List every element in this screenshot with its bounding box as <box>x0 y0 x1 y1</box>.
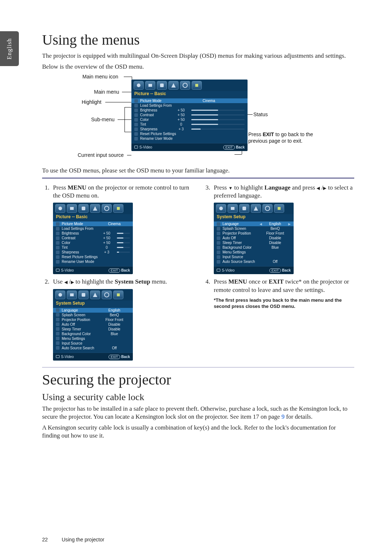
osd-row: Menu Settings <box>53 336 133 341</box>
page-ref-link[interactable]: 9 <box>282 413 285 420</box>
osd-row: Reset Picture Settings <box>131 131 248 136</box>
svg-rect-13 <box>70 293 74 296</box>
osd-tab-icon <box>168 81 179 90</box>
svg-point-6 <box>58 207 62 210</box>
osd-tab-icon <box>216 204 226 213</box>
osd-tab-icon <box>78 204 89 213</box>
svg-rect-8 <box>82 207 85 210</box>
intro-para-1: The projector is equipped with multiling… <box>42 52 354 60</box>
osd-row: Reset Picture Settings <box>53 255 133 259</box>
label-main-menu: Main menu <box>94 89 119 95</box>
osd-footer: S-Video EXITBack <box>131 143 248 151</box>
osd-row: Background ColorBlue <box>214 245 294 250</box>
label-highlight: Highlight <box>82 99 101 105</box>
label-sub-menu: Sub-menu <box>91 117 115 122</box>
section-heading-menus: Using the menus <box>42 31 354 48</box>
osd-tab-bar <box>131 80 248 91</box>
osd-panel-system-setup-right: System Setup Language◀English▶Splash Scr… <box>214 203 294 274</box>
osd-row: Color+ 50 <box>53 240 133 245</box>
osd-row: Sleep TimerDisable <box>214 240 294 245</box>
svg-rect-5 <box>195 84 198 87</box>
separator <box>42 367 354 367</box>
svg-point-22 <box>265 206 270 211</box>
svg-rect-23 <box>278 207 281 210</box>
osd-title: Picture -- Basic <box>131 91 248 98</box>
osd-tab-icon <box>228 204 238 213</box>
osd-tab-icon <box>90 204 100 213</box>
osd-row: Sleep TimerDisable <box>53 327 133 332</box>
page-footer: 22 Using the projector <box>42 537 104 542</box>
svg-marker-21 <box>254 206 258 211</box>
osd-row: Sharpness+ 3 <box>131 127 248 131</box>
osd-tab-icon <box>251 204 261 213</box>
osd-row: Input Source <box>53 341 133 346</box>
svg-rect-19 <box>231 207 234 210</box>
osd-language-hint: To use the OSD menus, please set the OSD… <box>42 167 354 175</box>
steps-right: 3. Press ▼ to highlight Language and pre… <box>203 184 354 364</box>
osd-row: Auto OffDisable <box>214 236 294 240</box>
osd-row: Tint0 <box>131 122 248 127</box>
svg-marker-3 <box>171 83 176 88</box>
language-side-tab: English <box>0 31 19 66</box>
osd-tab-icon <box>262 204 273 213</box>
osd-tab-icon <box>239 204 249 213</box>
osd-tab-icon <box>113 204 123 213</box>
osd-row: LanguageEnglish <box>53 308 133 313</box>
svg-point-4 <box>183 83 187 88</box>
down-arrow-icon: ▼ <box>228 186 233 191</box>
osd-row: Projector PositionFloor Front <box>214 231 294 236</box>
securing-para-2: A Kensington security cable lock is usua… <box>42 424 354 440</box>
osd-row: Auto Source SearchOff <box>214 259 294 264</box>
osd-row: Projector PositionFloor Front <box>53 317 133 322</box>
page-content: Using the menus The projector is equippe… <box>42 31 354 443</box>
osd-tab-icon <box>90 290 100 299</box>
steps-columns: 1. Press MENU on the projector or remote… <box>42 184 354 364</box>
svg-marker-9 <box>93 206 97 211</box>
svg-point-10 <box>105 206 109 211</box>
step-2: 2. Use ◀ /▶ to highlight the System Setu… <box>42 278 193 286</box>
step-1: 1. Press MENU on the projector or remote… <box>42 184 193 200</box>
osd-tab-icon <box>180 81 190 90</box>
osd-overview-diagram: Main menu icon Main menu Highlight Sub-m… <box>60 74 372 161</box>
osd-tab-icon <box>67 290 77 299</box>
step-3: 3. Press ▼ to highlight Language and pre… <box>203 184 354 200</box>
osd-tab-icon <box>157 81 167 90</box>
osd-row: Brightness+ 50 <box>53 231 133 236</box>
osd-row: Splash ScreenBenQ <box>53 313 133 317</box>
osd-row: Brightness+ 50 <box>131 108 248 113</box>
securing-para-1: The projector has to be installed in a s… <box>42 405 354 421</box>
osd-row: Menu Settings <box>214 250 294 255</box>
osd-row: Load Settings From <box>131 103 248 108</box>
osd-row: Color+ 50 <box>131 117 248 122</box>
footer-section: Using the projector <box>62 537 105 542</box>
svg-rect-14 <box>82 293 85 297</box>
osd-panel-system-setup-left: System Setup LanguageEnglishSplash Scree… <box>53 289 133 361</box>
osd-row: Input Source <box>214 255 294 259</box>
osd-tab-icon <box>55 204 65 213</box>
svg-rect-1 <box>148 84 152 87</box>
svg-marker-15 <box>93 293 97 297</box>
osd-tab-icon <box>55 290 65 299</box>
right-arrow-icon: ▶ <box>71 280 74 285</box>
osd-tab-icon <box>78 290 89 299</box>
osd-panel-picture-basic-wide: Picture -- Basic Picture ModeCinemaLoad … <box>131 80 248 151</box>
svg-point-18 <box>219 207 223 210</box>
section-heading-securing: Securing the projector <box>42 371 354 388</box>
svg-point-0 <box>137 84 140 87</box>
osd-row: Background ColorBlue <box>53 332 133 336</box>
osd-row: Contrast+ 50 <box>53 236 133 240</box>
osd-row: Splash ScreenBenQ <box>214 226 294 231</box>
label-main-menu-icon: Main menu icon <box>82 74 118 80</box>
osd-tab-icon <box>102 290 112 299</box>
svg-rect-20 <box>242 207 246 210</box>
osd-panel-picture-basic-small: Picture -- Basic Picture ModeCinemaLoad … <box>53 203 133 274</box>
step-note: *The first press leads you back to the m… <box>214 297 354 310</box>
left-arrow-icon: ◀ <box>317 186 320 191</box>
osd-row: Picture ModeCinema <box>53 221 133 226</box>
svg-point-12 <box>58 293 62 297</box>
osd-row: Rename User Mode <box>53 259 133 264</box>
osd-tab-icon <box>134 81 144 90</box>
osd-row: Auto OffDisable <box>53 322 133 327</box>
svg-rect-17 <box>117 293 120 296</box>
osd-row: Load Settings From <box>53 226 133 231</box>
